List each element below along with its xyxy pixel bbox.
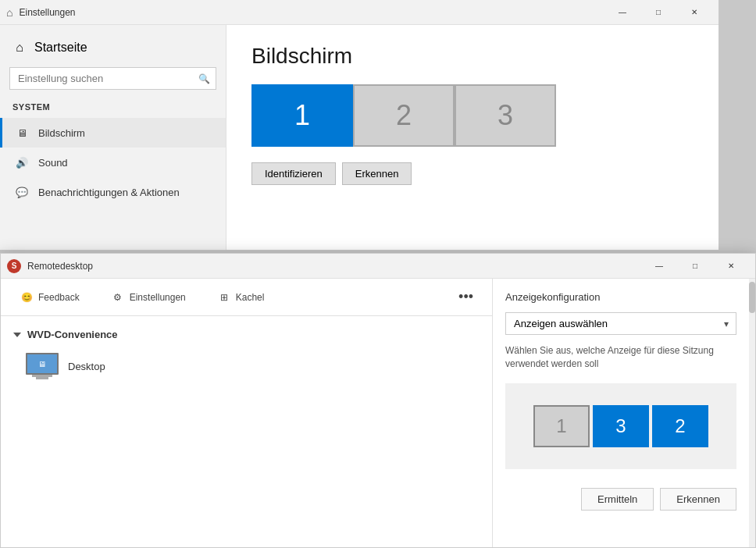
remote-right-content: Anzeigekonfiguration Anzeigen auswählen … (493, 279, 755, 547)
sidebar-item-sound[interactable]: 🔊 Sound (0, 148, 226, 177)
more-button[interactable]: ••• (452, 286, 480, 308)
kachel-label: Kachel (236, 292, 265, 303)
search-icon: 🔍 (198, 73, 210, 84)
sidebar-item-bildschirm-label: Bildschirm (38, 127, 85, 139)
connection-item-desktop[interactable]: 🖥 Desktop (13, 343, 480, 389)
display-select[interactable]: Anzeigen auswählen (505, 312, 736, 335)
monitor-number-3: 3 (497, 99, 513, 132)
erkennen-button[interactable]: Erkennen (660, 488, 736, 511)
feedback-button[interactable]: 😊 Feedback (13, 287, 86, 308)
settings-icon: ⚙ (111, 290, 125, 304)
monitor-box-1[interactable]: 1 (251, 84, 353, 147)
remote-app-icon: S (7, 259, 21, 273)
page-title: Bildschirm (251, 44, 694, 69)
sidebar-item-bildschirm[interactable]: 🖥 Bildschirm (0, 118, 226, 148)
settings-maximize-button[interactable]: □ (640, 0, 676, 25)
remote-connection-list: WVD-Convenience 🖥 Desktop (1, 316, 492, 547)
remote-right-panel: Anzeigekonfiguration Anzeigen auswählen … (493, 279, 755, 547)
settings-window: ⌂ Einstellungen — □ ✕ ⌂ Startseite 🔍 Sys… (0, 0, 719, 250)
home-icon: ⌂ (12, 41, 27, 55)
search-input[interactable] (9, 67, 216, 90)
connection-group-name: WVD-Convenience (27, 329, 118, 340)
feedback-icon: 😊 (20, 290, 34, 304)
monitor-icon: 🖥 (15, 126, 29, 140)
display-action-buttons: Ermitteln Erkennen (505, 482, 736, 517)
sidebar-item-sound-label: Sound (38, 157, 68, 169)
sidebar-section-title: System (0, 99, 226, 118)
einstellungen-label: Einstellungen (130, 292, 186, 303)
connection-group: WVD-Convenience 🖥 Desktop (1, 316, 492, 395)
settings-close-button[interactable]: ✕ (676, 0, 712, 25)
desktop-icon: 🖥 (26, 353, 59, 379)
settings-home-icon: ⌂ (6, 6, 12, 19)
sidebar-item-benachrichtigungen-label: Benachrichtigungen & Aktionen (38, 187, 180, 198)
preview-monitor-number-3: 2 (675, 415, 685, 437)
settings-buttons-row: Identifizieren Erkennen (251, 162, 694, 185)
monitor-number-1: 1 (294, 99, 310, 132)
connection-label: Desktop (68, 361, 105, 372)
settings-sidebar: ⌂ Startseite 🔍 System 🖥 Bildschirm 🔊 Sou… (0, 25, 226, 250)
settings-minimize-button[interactable]: — (604, 0, 640, 25)
preview-monitor-3[interactable]: 2 (652, 405, 708, 447)
remote-win-controls: — □ ✕ (641, 254, 749, 279)
connection-group-header[interactable]: WVD-Convenience (13, 326, 480, 343)
remote-toolbar: 😊 Feedback ⚙ Einstellungen ⊞ Kachel ••• (1, 279, 492, 316)
feedback-label: Feedback (38, 292, 80, 303)
more-icon: ••• (458, 289, 473, 304)
remote-maximize-button[interactable]: □ (677, 254, 713, 279)
remote-desktop-window: S Remotedesktop — □ ✕ 😊 Feedback ⚙ Einst… (0, 253, 756, 548)
remote-titlebar: S Remotedesktop — □ ✕ (1, 254, 755, 279)
sound-icon: 🔊 (15, 155, 29, 169)
remote-left-panel: 😊 Feedback ⚙ Einstellungen ⊞ Kachel ••• (1, 279, 493, 547)
sidebar-item-benachrichtigungen[interactable]: 💬 Benachrichtigungen & Aktionen (0, 177, 226, 207)
ermitteln-button[interactable]: Ermitteln (581, 488, 654, 511)
settings-titlebar: ⌂ Einstellungen — □ ✕ (0, 0, 719, 25)
monitor-box-3[interactable]: 3 (455, 84, 556, 147)
einstellungen-button[interactable]: ⚙ Einstellungen (105, 287, 192, 308)
chevron-down-icon (13, 333, 21, 337)
settings-body: ⌂ Startseite 🔍 System 🖥 Bildschirm 🔊 Sou… (0, 25, 719, 250)
preview-monitor-number-1: 1 (556, 415, 566, 437)
display-select-wrapper: Anzeigen auswählen (505, 312, 736, 335)
scrollbar[interactable] (749, 279, 755, 547)
scrollbar-thumb[interactable] (749, 282, 755, 313)
remote-minimize-button[interactable]: — (641, 254, 677, 279)
kachel-icon: ⊞ (217, 290, 231, 304)
monitor-box-2[interactable]: 2 (353, 84, 455, 147)
preview-monitor-2[interactable]: 3 (593, 405, 649, 447)
settings-win-controls: — □ ✕ (604, 0, 712, 25)
remote-window-title: Remotedesktop (27, 261, 93, 272)
kachel-button[interactable]: ⊞ Kachel (211, 287, 271, 308)
display-preview: 1 3 2 (505, 383, 736, 469)
remote-body: 😊 Feedback ⚙ Einstellungen ⊞ Kachel ••• (1, 279, 755, 547)
remote-close-button[interactable]: ✕ (713, 254, 749, 279)
sidebar-home-button[interactable]: ⌂ Startseite (0, 31, 226, 64)
settings-main: Bildschirm 1 2 3 Identifizieren Erkennen (226, 25, 719, 250)
monitor-number-2: 2 (396, 99, 412, 132)
sidebar-search-container: 🔍 (9, 67, 216, 90)
preview-monitor-number-2: 3 (615, 415, 626, 437)
monitor-display: 1 2 3 (251, 84, 694, 147)
detect-button[interactable]: Erkennen (342, 162, 412, 185)
display-config-title: Anzeigekonfiguration (505, 291, 736, 303)
identify-button[interactable]: Identifizieren (251, 162, 336, 185)
preview-monitor-1[interactable]: 1 (533, 405, 590, 447)
settings-window-title: Einstellungen (19, 7, 75, 18)
sidebar-home-label: Startseite (34, 41, 87, 55)
notification-icon: 💬 (15, 185, 29, 199)
display-hint: Wählen Sie aus, welche Anzeige für diese… (505, 344, 736, 371)
